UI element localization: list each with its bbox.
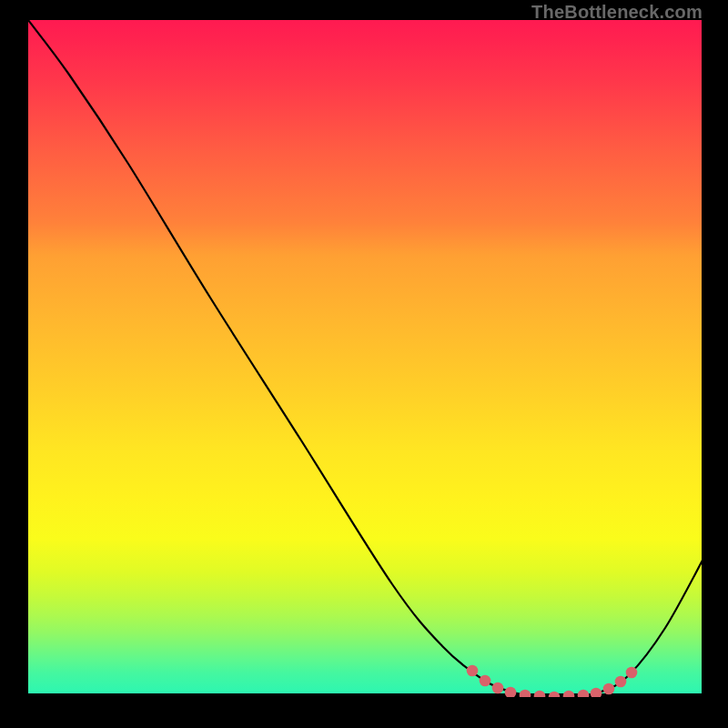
highlight-dot	[578, 690, 590, 697]
highlight-dot	[626, 667, 638, 679]
curve-svg	[28, 20, 705, 697]
highlight-dot	[591, 688, 602, 697]
highlight-dots	[467, 665, 638, 697]
chart-container: TheBottleneck.com	[0, 0, 728, 728]
highlight-dot	[603, 683, 615, 695]
bottleneck-curve	[28, 20, 705, 697]
highlight-dot	[615, 676, 627, 688]
highlight-dot	[534, 691, 546, 697]
highlight-dot	[520, 690, 531, 697]
highlight-dot	[467, 665, 479, 677]
highlight-dot	[563, 691, 575, 697]
highlight-dot	[549, 692, 561, 697]
highlight-dot	[492, 682, 504, 694]
highlight-dot	[480, 675, 491, 687]
highlight-dot	[505, 687, 517, 697]
plot-area	[26, 18, 703, 695]
